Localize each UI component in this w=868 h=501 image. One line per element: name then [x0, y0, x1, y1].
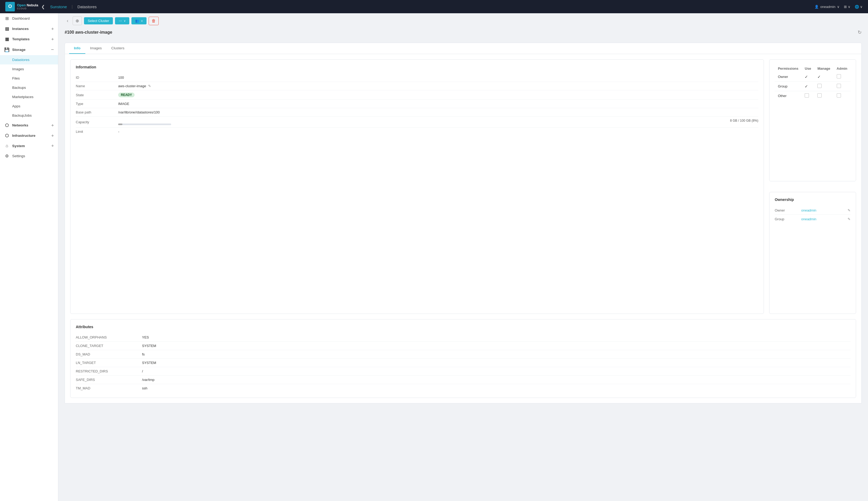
sidebar-item-marketplaces[interactable]: Marketplaces [0, 92, 58, 102]
ownership-row-owner: Owner oneadmin ✎ [775, 206, 850, 215]
permissions-panel: Permissions Use Manage Admin Own [769, 60, 856, 181]
sidebar-item-infrastructure[interactable]: ⬡ Infrastructure + [0, 130, 58, 141]
info-value-name-wrap: aws-cluster-image ✎ [118, 84, 758, 88]
tab-info[interactable]: Info [69, 43, 85, 54]
main-content: ‹ ⊕ Select Cluster ⋯ ∨ 👥 ∨ 🗑 #100 aws-cl… [58, 13, 868, 501]
sidebar-item-files[interactable]: Files [0, 74, 58, 83]
sidebar-item-instances[interactable]: ▤ Instances + [0, 24, 58, 34]
sidebar-item-networks[interactable]: ⬡ Networks + [0, 120, 58, 130]
system-add-icon[interactable]: + [51, 143, 54, 148]
attr-value-ln-target: SYSTEM [142, 361, 850, 365]
sidebar-item-images[interactable]: Images [0, 64, 58, 74]
perm-header-role: Permissions [775, 65, 802, 72]
checkbox-other-use [805, 93, 809, 97]
name-edit-icon[interactable]: ✎ [148, 84, 151, 88]
perm-header-admin: Admin [834, 65, 850, 72]
sidebar-item-datastores[interactable]: Datastores [0, 55, 58, 64]
sidebar-label-images: Images [12, 67, 24, 71]
ownership-label-owner: Owner [775, 209, 801, 212]
attr-value-restricted-dirs: / [142, 369, 850, 373]
perm-group-manage[interactable] [814, 82, 833, 91]
networks-add-icon[interactable]: + [51, 123, 54, 128]
sidebar-label-apps: Apps [12, 104, 20, 108]
capacity-progress-fill [118, 124, 122, 125]
sidebar-item-backups[interactable]: Backups [0, 83, 58, 92]
username: oneadmin [820, 5, 835, 9]
checkbox-other-manage [817, 93, 822, 97]
perm-group-admin[interactable] [834, 82, 850, 91]
info-row-limit: Limit - [76, 128, 758, 136]
check-owner-use: ✓ [805, 74, 808, 79]
networks-icon: ⬡ [4, 123, 10, 128]
topbar-left: O Open Nebula CLOUD ❮ Sunstone | Datasto… [5, 2, 97, 11]
info-value-name: aws-cluster-image [118, 84, 146, 88]
select-cluster-button[interactable]: Select Cluster [84, 17, 113, 24]
sidebar-label-dashboard: Dashboard [12, 17, 30, 20]
resource-title: #100 aws-cluster-image [65, 30, 112, 35]
info-permissions-grid: Information ID 100 Name aws-cluster-imag… [70, 60, 856, 314]
sidebar-label-backups: Backups [12, 86, 26, 89]
sidebar-item-dashboard[interactable]: ⊞ Dashboard [0, 13, 58, 24]
perm-other-manage[interactable] [814, 91, 833, 101]
sidebar-item-templates[interactable]: ▦ Templates + [0, 34, 58, 44]
perm-other-use[interactable] [802, 91, 814, 101]
group-edit-icon[interactable]: ✎ [848, 217, 850, 221]
storage-collapse-icon[interactable]: − [51, 47, 54, 53]
group-icon: 👥 [135, 19, 139, 23]
refresh-button[interactable]: ↻ [858, 30, 862, 35]
back-button[interactable]: ‹ [65, 18, 70, 24]
tab-images[interactable]: Images [85, 43, 107, 54]
templates-icon: ▦ [4, 36, 10, 42]
grid-menu-button[interactable]: ⊞ ∨ [844, 5, 850, 9]
perm-owner-admin[interactable] [834, 72, 850, 82]
info-label-base-path: Base path [76, 110, 118, 114]
info-row-base-path: Base path /var/lib/one//datastores/100 [76, 108, 758, 117]
tab-clusters-label: Clusters [111, 46, 124, 50]
globe-menu-button[interactable]: 🌐 ∨ [855, 5, 863, 9]
perm-owner-use[interactable]: ✓ [802, 72, 814, 82]
instances-add-icon[interactable]: + [51, 26, 54, 31]
topbar-separator: | [72, 4, 73, 9]
lock-button[interactable]: ⋯ ∨ [115, 17, 129, 24]
perm-role-group: Group [775, 82, 802, 91]
attr-row-allow-orphans: ALLOW_ORPHANS YES [76, 333, 850, 342]
attr-label-ln-target: LN_TARGET [76, 361, 142, 365]
tabs-container: Info Images Clusters Informat [65, 43, 862, 404]
perm-role-owner: Owner [775, 72, 802, 82]
ownership-value-group: oneadmin [801, 217, 816, 221]
sidebar-item-backupjobs[interactable]: BackupJobs [0, 111, 58, 120]
sidebar-collapse-button[interactable]: ❮ [41, 4, 45, 9]
group-button[interactable]: 👥 ∨ [131, 17, 147, 24]
sidebar-item-storage[interactable]: 💾 Storage − [0, 44, 58, 55]
perm-owner-manage[interactable]: ✓ [814, 72, 833, 82]
toolbar: ‹ ⊕ Select Cluster ⋯ ∨ 👥 ∨ 🗑 [58, 13, 868, 27]
info-row-name: Name aws-cluster-image ✎ [76, 82, 758, 90]
tab-clusters[interactable]: Clusters [107, 43, 129, 54]
attr-label-tm-mad: TM_MAD [76, 386, 142, 390]
templates-add-icon[interactable]: + [51, 37, 54, 42]
user-menu[interactable]: 👤 oneadmin ∨ [814, 5, 840, 9]
perm-other-admin[interactable] [834, 91, 850, 101]
perm-header-use: Use [802, 65, 814, 72]
tabs-bar: Info Images Clusters [65, 43, 861, 54]
sidebar-item-system[interactable]: ⌂ System + [0, 141, 58, 151]
ownership-panel-title: Ownership [775, 198, 850, 202]
logo-line1: Open [17, 3, 26, 7]
topbar: O Open Nebula CLOUD ❮ Sunstone | Datasto… [0, 0, 868, 13]
owner-link[interactable]: oneadmin [801, 209, 816, 212]
group-link[interactable]: oneadmin [801, 217, 816, 221]
storage-children: Datastores Images Files Backups Marketpl… [0, 55, 58, 120]
sidebar-item-settings[interactable]: ⚙ Settings [0, 151, 58, 161]
infrastructure-add-icon[interactable]: + [51, 133, 54, 138]
ownership-value-owner: oneadmin [801, 208, 816, 212]
info-value-capacity-wrap: 8 GB / 100 GB (8%) [118, 119, 758, 125]
sidebar: ⊞ Dashboard ▤ Instances + ▦ Templates + … [0, 13, 58, 501]
check-group-use: ✓ [805, 84, 808, 88]
perm-group-use[interactable]: ✓ [802, 82, 814, 91]
add-button[interactable]: ⊕ [73, 17, 82, 25]
attr-value-tm-mad: ssh [142, 386, 850, 390]
sidebar-item-apps[interactable]: Apps [0, 102, 58, 111]
owner-edit-icon[interactable]: ✎ [848, 209, 850, 212]
info-row-id: ID 100 [76, 73, 758, 82]
delete-button[interactable]: 🗑 [149, 17, 159, 25]
